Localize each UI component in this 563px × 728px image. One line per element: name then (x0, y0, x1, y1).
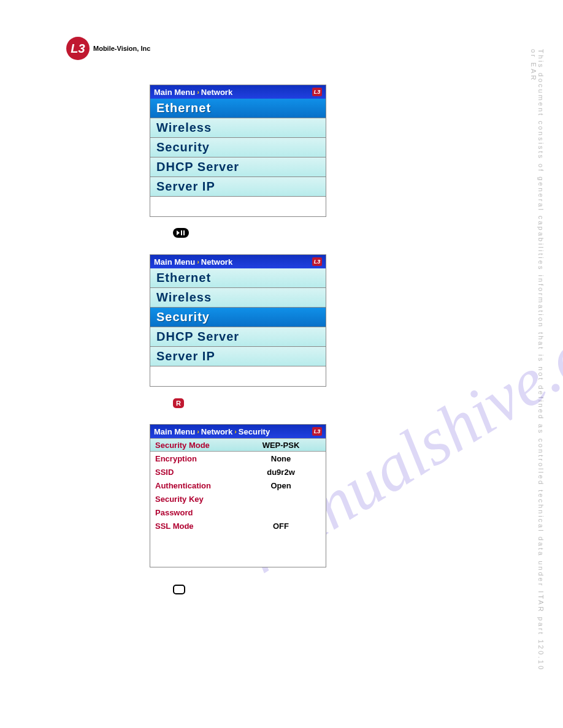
setting-label: Encryption (155, 454, 241, 463)
l3-mini-logo-icon: L3 (312, 427, 322, 436)
network-menu-screen-2: Main Menu › Network L3 Ethernet Wireless… (150, 254, 326, 387)
breadcrumb-current: Network (201, 257, 232, 267)
menu-item-server-ip[interactable]: Server IP (150, 347, 326, 366)
setting-value: du9r2w (241, 468, 321, 477)
stop-icon (173, 585, 185, 594)
l3-mini-logo-icon: L3 (312, 88, 322, 96)
setting-value: WEP-PSK (241, 441, 321, 450)
record-r-icon: R (173, 398, 184, 408)
setting-security-key[interactable]: Security Key (150, 492, 326, 506)
setting-label: Security Key (155, 495, 241, 504)
breadcrumb-root: Main Menu (154, 257, 195, 267)
setting-label: SSID (155, 468, 241, 477)
menu-item-dhcp-server[interactable]: DHCP Server (150, 327, 326, 347)
breadcrumb-root: Main Menu (154, 427, 195, 436)
titlebar: Main Menu › Network L3 (150, 85, 326, 99)
breadcrumb-current: Network (201, 88, 232, 97)
breadcrumb-mid: Network (201, 427, 232, 436)
network-menu-screen-1: Main Menu › Network L3 Ethernet Wireless… (150, 85, 326, 217)
chevron-right-icon: › (197, 428, 199, 435)
side-disclaimer: This document consists of general capabi… (530, 49, 545, 674)
setting-ssid[interactable]: SSID du9r2w (150, 465, 326, 479)
chevron-right-icon: › (197, 258, 199, 265)
setting-label: Security Mode (155, 441, 241, 450)
setting-encryption[interactable]: Encryption None (150, 452, 326, 465)
setting-label: Password (155, 508, 241, 517)
setting-value: None (241, 454, 321, 463)
l3-mini-logo-icon: L3 (312, 257, 322, 266)
chevron-right-icon: › (197, 88, 199, 96)
menu-item-dhcp-server[interactable]: DHCP Server (150, 157, 326, 177)
setting-label: SSL Mode (155, 521, 241, 531)
svg-marker-0 (177, 230, 180, 235)
titlebar: Main Menu › Network › Security L3 (150, 425, 326, 438)
header-logo: L3 Mobile-Vision, Inc (66, 37, 150, 60)
menu-spacer (150, 197, 326, 216)
setting-value: OFF (241, 521, 321, 531)
menu-item-ethernet[interactable]: Ethernet (150, 268, 326, 288)
svg-rect-1 (181, 230, 182, 235)
setting-password[interactable]: Password (150, 506, 326, 519)
setting-security-mode[interactable]: Security Mode WEP-PSK (150, 438, 326, 452)
breadcrumb: Main Menu › Network (154, 88, 232, 97)
chevron-right-icon: › (234, 428, 237, 435)
titlebar: Main Menu › Network L3 (150, 255, 326, 268)
menu-item-server-ip[interactable]: Server IP (150, 177, 326, 197)
breadcrumb-current: Security (239, 427, 270, 436)
setting-ssl-mode[interactable]: SSL Mode OFF (150, 519, 326, 533)
menu-spacer (150, 366, 326, 386)
setting-label: Authentication (155, 481, 241, 490)
company-name: Mobile-Vision, Inc (93, 45, 150, 52)
menu-item-ethernet[interactable]: Ethernet (150, 99, 326, 118)
menu-item-security[interactable]: Security (150, 138, 326, 157)
svg-rect-2 (183, 230, 185, 235)
security-settings-screen: Main Menu › Network › Security L3 Securi… (150, 424, 326, 567)
menu-item-wireless[interactable]: Wireless (150, 288, 326, 308)
setting-value: Open (241, 481, 321, 490)
breadcrumb: Main Menu › Network › Security (154, 427, 270, 436)
l3-logo-icon: L3 (66, 37, 90, 60)
menu-item-security[interactable]: Security (150, 308, 326, 327)
menu-item-wireless[interactable]: Wireless (150, 118, 326, 138)
setting-authentication[interactable]: Authentication Open (150, 479, 326, 492)
play-pause-icon (173, 228, 189, 238)
breadcrumb: Main Menu › Network (154, 257, 232, 267)
breadcrumb-root: Main Menu (154, 88, 195, 97)
